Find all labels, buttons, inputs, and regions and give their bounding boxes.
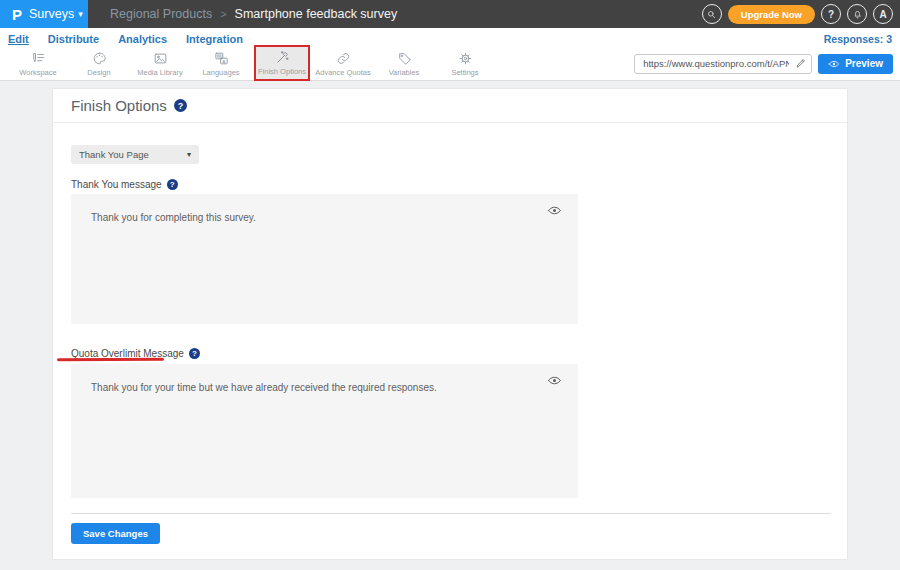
notifications-button[interactable]	[847, 4, 867, 24]
help-circle-icon[interactable]: ?	[174, 99, 187, 112]
header-actions: Upgrade Now ? A	[702, 4, 900, 24]
panel-header: Finish Options ?	[53, 89, 847, 123]
thank-you-message-label: Thank You message	[71, 179, 162, 190]
finish-type-dropdown[interactable]: Thank You Page ▾	[71, 145, 199, 164]
bell-icon	[852, 9, 863, 20]
save-changes-button[interactable]: Save Changes	[71, 523, 160, 544]
search-icon	[706, 9, 717, 20]
toolbar-right-actions: Preview	[634, 47, 900, 80]
tag-icon	[397, 51, 412, 66]
toolbar-item-label: Languages	[202, 68, 239, 77]
eye-icon	[547, 203, 562, 218]
toolbar-item-settings[interactable]: Settings	[437, 47, 493, 80]
quota-overlimit-message-field: Thank you for your time but we have alre…	[71, 364, 578, 498]
eye-icon	[828, 58, 840, 70]
toolbar-item-variables[interactable]: Variables	[376, 47, 432, 80]
red-underline-annotation	[57, 358, 164, 361]
chain-link-icon	[336, 51, 351, 66]
help-button[interactable]: ?	[821, 4, 841, 24]
toolbar-item-design[interactable]: Design	[71, 47, 127, 80]
survey-url-input[interactable]	[634, 54, 812, 74]
breadcrumb-survey-title: Smartphone feedback survey	[235, 7, 398, 21]
chevron-down-icon: ▾	[187, 151, 191, 159]
thank-you-message-textarea[interactable]: Thank you for completing this survey.	[71, 194, 578, 324]
languages-translate-icon: A	[214, 51, 229, 66]
divider	[71, 513, 831, 514]
workspace-pen-icon	[31, 51, 46, 66]
surveys-menu[interactable]: P Surveys ▾	[0, 0, 88, 28]
surveys-dropdown[interactable]: Surveys ▾	[29, 7, 83, 21]
tab-analytics[interactable]: Analytics	[118, 31, 167, 45]
quota-overlimit-textarea[interactable]: Thank you for your time but we have alre…	[71, 364, 578, 498]
preview-button[interactable]: Preview	[818, 54, 893, 74]
editor-toolbar: Workspace Design Media Library A Languag…	[0, 47, 900, 81]
toolbar-item-label: Design	[87, 68, 110, 77]
toolbar-item-finish-options[interactable]: Finish Options	[254, 45, 310, 81]
magic-wand-icon	[275, 50, 290, 65]
toolbar-item-label: Media Library	[137, 68, 182, 77]
breadcrumb-folder[interactable]: Regional Products	[110, 7, 212, 21]
quota-overlimit-preview-button[interactable]	[547, 373, 562, 388]
surveys-dropdown-label: Surveys	[29, 7, 74, 21]
upgrade-now-button[interactable]: Upgrade Now	[728, 5, 815, 24]
questionpro-logo: P	[12, 7, 22, 22]
design-palette-icon	[92, 51, 107, 66]
toolbar-item-label: Settings	[451, 68, 478, 77]
media-image-icon	[153, 51, 168, 66]
search-button[interactable]	[702, 4, 722, 24]
gear-icon	[458, 51, 473, 66]
tab-distribute[interactable]: Distribute	[48, 31, 99, 45]
help-circle-icon[interactable]: ?	[189, 348, 200, 359]
top-header-bar: P Surveys ▾ Regional Products > Smartpho…	[0, 0, 900, 28]
toolbar-item-advance-quotas[interactable]: Advance Quotas	[315, 47, 371, 80]
toolbar-item-workspace[interactable]: Workspace	[10, 47, 66, 80]
tab-integration[interactable]: Integration	[186, 31, 243, 45]
edit-pencil-icon[interactable]	[795, 57, 807, 69]
toolbar-item-languages[interactable]: A Languages	[193, 47, 249, 80]
account-avatar[interactable]: A	[873, 4, 893, 24]
survey-url-field-wrap	[634, 53, 812, 74]
finish-type-dropdown-value: Thank You Page	[79, 149, 149, 160]
finish-options-panel: Finish Options ? Thank You Page ▾ Thank …	[52, 88, 848, 560]
thank-you-message-field: Thank you for completing this survey.	[71, 194, 578, 324]
breadcrumb-separator: >	[220, 8, 226, 20]
responses-count[interactable]: Responses: 3	[824, 31, 892, 45]
survey-nav-tabs: Edit Distribute Analytics Integration Re…	[0, 28, 900, 47]
toolbar-item-label: Variables	[389, 68, 420, 77]
toolbar-item-label: Workspace	[19, 68, 56, 77]
questionpro-survey-editor: P Surveys ▾ Regional Products > Smartpho…	[0, 0, 900, 570]
toolbar-item-label: Advance Quotas	[315, 68, 370, 77]
preview-button-label: Preview	[845, 58, 883, 69]
thank-you-message-label-row: Thank You message ?	[71, 179, 178, 190]
toolbar-item-media-library[interactable]: Media Library	[132, 47, 188, 80]
tab-edit[interactable]: Edit	[8, 31, 29, 45]
chevron-down-icon: ▾	[78, 10, 83, 19]
page-title: Finish Options	[71, 97, 167, 114]
thank-you-preview-button[interactable]	[547, 203, 562, 218]
help-circle-icon[interactable]: ?	[167, 179, 178, 190]
toolbar-item-label: Finish Options	[258, 67, 306, 76]
breadcrumb: Regional Products > Smartphone feedback …	[110, 7, 397, 21]
svg-text:A: A	[222, 58, 226, 63]
eye-icon	[547, 373, 562, 388]
